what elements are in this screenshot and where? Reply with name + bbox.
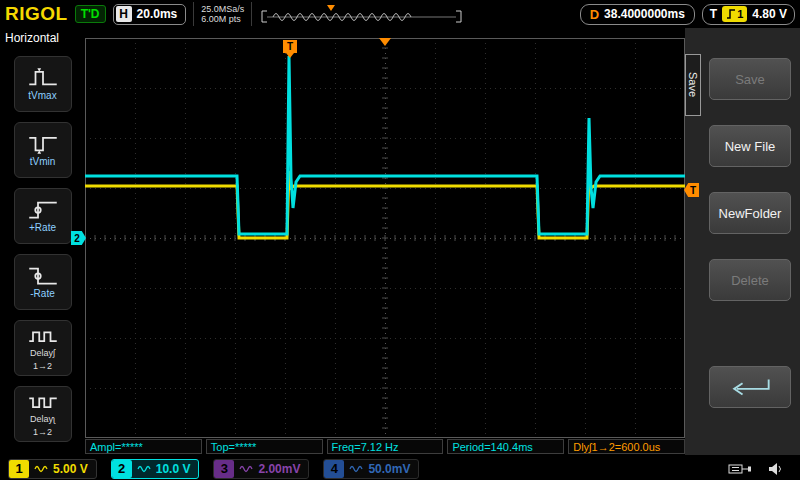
memory-waveform-preview [259, 3, 464, 25]
return-arrow-icon [722, 375, 778, 399]
channel-2-wave-icon [137, 464, 151, 474]
channel-status-bar: 1 5.00 V 2 10.0 V 3 2.00mV 4 50.0mV [0, 457, 800, 480]
memory-depth: 6.00M pts [201, 14, 244, 24]
menu-title: Horizontal [0, 28, 64, 46]
menu-item-plus-rate[interactable]: +Rate [14, 188, 72, 244]
menu-item-tvmax[interactable]: tVmax [14, 56, 72, 112]
acquisition-info: 25.0MSa/s 6.00M pts [193, 2, 252, 26]
menu-item-delay-rising[interactable]: Delayʃ 1→2 [14, 320, 72, 376]
usb-icon [728, 462, 752, 476]
measure-top[interactable]: Top=***** [206, 439, 323, 454]
preview-trigger-marker [327, 5, 335, 11]
channel-3-number: 3 [214, 460, 234, 478]
waveform-display[interactable]: T 2 T [85, 38, 685, 438]
delay-falling-icon [28, 392, 58, 412]
scope-graticule [85, 38, 685, 438]
measurement-bar: Ampl=***** Top=***** Freq=7.12 Hz Period… [85, 439, 685, 454]
menu-item-label: Delayʅ [30, 414, 55, 425]
trigger-status-badge: T'D [75, 5, 106, 23]
menu-tab-save: Save [685, 54, 701, 116]
new-folder-button[interactable]: NewFolder [709, 192, 791, 234]
top-status-bar: RIGOL T'D H 20.0ms 25.0MSa/s 6.00M pts D… [0, 0, 800, 28]
horizontal-badge[interactable]: H [116, 6, 132, 22]
softkey-panel: Save Save New File NewFolder Delete [685, 28, 800, 455]
tvmin-icon [28, 134, 58, 154]
measure-period[interactable]: Period=140.4ms [447, 439, 564, 454]
channel-1-number: 1 [9, 460, 29, 478]
menu-item-label: -Rate [30, 288, 54, 299]
channel-3-scale: 2.00mV [258, 462, 300, 476]
delay-rising-icon [28, 326, 58, 346]
system-icons [728, 462, 792, 476]
rising-rate-icon [28, 200, 58, 220]
menu-item-label: +Rate [29, 222, 56, 233]
menu-item-label: tVmax [28, 90, 56, 101]
trigger-source-channel: 1 [737, 8, 743, 20]
channel-3-status[interactable]: 3 2.00mV [213, 459, 309, 479]
save-button[interactable]: Save [709, 58, 791, 100]
menu-item-minus-rate[interactable]: -Rate [14, 254, 72, 310]
trigger-position-marker[interactable]: T [283, 40, 297, 53]
channel-4-scale: 50.0mV [368, 462, 410, 476]
sample-rate: 25.0MSa/s [201, 4, 244, 14]
trigger-level-value: 4.80 V [752, 7, 787, 21]
channel-3-wave-icon [239, 464, 253, 474]
trigger-label: T [710, 7, 717, 21]
rising-edge-icon [726, 8, 736, 20]
channel-2-scale: 10.0 V [156, 462, 191, 476]
delay-value: 38.4000000ms [604, 7, 685, 21]
tvmax-icon [28, 68, 58, 88]
back-button[interactable] [709, 366, 791, 408]
menu-item-tvmin[interactable]: tVmin [14, 122, 72, 178]
menu-item-label: Delayʃ [30, 348, 55, 359]
channel-4-status[interactable]: 4 50.0mV [323, 459, 419, 479]
channel-1-scale: 5.00 V [53, 462, 88, 476]
channel-2-number: 2 [112, 460, 132, 478]
delay-readout-group[interactable]: D 38.4000000ms [580, 4, 695, 25]
trigger-source-badge: 1 [722, 6, 747, 22]
measure-delay[interactable]: Dlyʃ1→2=600.0us [568, 439, 685, 454]
horizontal-timebase-group[interactable]: H 20.0ms [113, 4, 187, 25]
falling-rate-icon [28, 266, 58, 286]
measure-freq[interactable]: Freq=7.12 Hz [327, 439, 444, 454]
menu-item-label: tVmin [30, 156, 56, 167]
channel-1-status[interactable]: 1 5.00 V [8, 459, 97, 479]
delete-button[interactable]: Delete [709, 259, 791, 301]
delay-position-marker [379, 38, 391, 46]
delay-label: D [590, 7, 599, 22]
trigger-readout-group[interactable]: T 1 4.80 V [702, 4, 795, 25]
measure-ampl[interactable]: Ampl=***** [85, 439, 202, 454]
rigol-logo: RIGOL [5, 3, 68, 25]
speaker-icon [768, 462, 784, 476]
timebase-value: 20.0ms [137, 7, 178, 21]
new-file-button[interactable]: New File [709, 125, 791, 167]
channel-1-wave-icon [34, 464, 48, 474]
menu-item-delay-falling[interactable]: Delayʅ 1→2 [14, 386, 72, 442]
channel-4-wave-icon [349, 464, 363, 474]
channel-2-status[interactable]: 2 10.0 V [111, 459, 200, 479]
channel-4-number: 4 [324, 460, 344, 478]
